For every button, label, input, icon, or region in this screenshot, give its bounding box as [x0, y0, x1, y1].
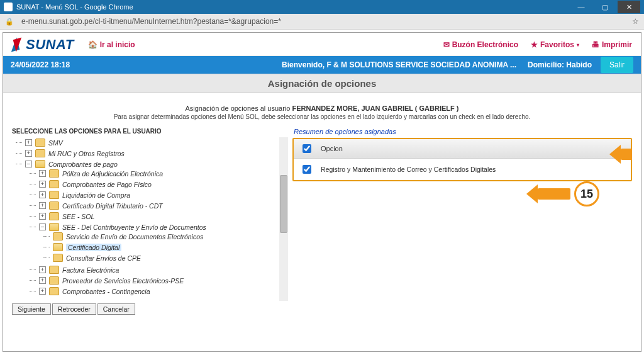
imprimir-link[interactable]: 🖶 Imprimir — [592, 40, 632, 49]
chevron-down-icon: ▾ — [577, 42, 579, 48]
expand-icon[interactable]: + — [25, 139, 32, 146]
star-icon: ★ — [531, 40, 538, 49]
tree-scrollbar[interactable] — [279, 137, 288, 301]
summary-row-label: Registro y Mantenimiento de Correo y Cer… — [321, 166, 496, 173]
assign-intro: Asignación de opciones al usuario FERNAN… — [12, 105, 632, 112]
window-titlebar: SUNAT - Menú SOL - Google Chrome — ▢ ✕ — [0, 0, 644, 14]
tree-item-certificado-digital[interactable]: Certificado Digital — [43, 243, 277, 251]
summary-header-row: Opcion — [294, 139, 631, 159]
retroceder-button[interactable]: Retroceder — [52, 303, 96, 315]
tree-item-proveedor-pse[interactable]: +Proveedor de Servicios Electrónicos-PSE — [30, 276, 277, 285]
app-icon — [4, 3, 13, 11]
home-label: Ir al inicio — [100, 40, 135, 49]
tree-item-liquidacion[interactable]: +Liquidación de Compra — [30, 191, 277, 199]
expand-icon[interactable]: + — [39, 277, 46, 284]
section-title: Asignación de opciones — [3, 74, 641, 93]
cancelar-button[interactable]: Cancelar — [97, 303, 135, 315]
tree-item-comp-fisico[interactable]: +Comprobantes de Pago Físico — [30, 180, 277, 188]
tree-item-mi-ruc[interactable]: +Mi RUC y Otros Registros — [16, 149, 277, 157]
tree-item-smv[interactable]: +SMV — [16, 139, 277, 147]
summary-header-label: Opcion — [321, 145, 343, 152]
window-close-button[interactable]: ✕ — [618, 1, 640, 13]
tree-item-contingencia[interactable]: +Comprobantes - Contingencia — [30, 287, 277, 295]
expand-icon[interactable]: + — [39, 202, 46, 209]
top-header: SUNAT 🏠 Ir al inicio ✉ Buzón Electrónico… — [3, 33, 641, 56]
scrollbar-thumb[interactable] — [280, 175, 287, 233]
salir-button[interactable]: Salir — [601, 57, 633, 73]
collapse-icon[interactable]: – — [25, 161, 32, 167]
tree-item-consultar-envios[interactable]: Consultar Envíos de CPE — [43, 254, 277, 262]
tree-item-cert-tributario[interactable]: +Certificado Digital Tributario - CDT — [30, 201, 277, 210]
tree-item-see-contribuyente[interactable]: –SEE - Del Contribuyente y Envío de Docu… — [30, 223, 277, 231]
select-all-checkbox[interactable] — [303, 144, 311, 153]
tree-item-comprobantes-pago[interactable]: –Comprobantes de pago — [16, 160, 277, 168]
home-icon: 🏠 — [88, 40, 97, 49]
collapse-icon[interactable]: – — [39, 223, 46, 230]
lock-icon: 🔒 — [5, 18, 14, 26]
expand-icon[interactable]: + — [39, 288, 46, 295]
assign-note: Para asignar determinadas opciones del M… — [12, 113, 632, 120]
left-pane-title: SELECCIONE LAS OPCIONES PARA EL USUARIO — [12, 128, 289, 135]
tree-item-poliza[interactable]: +Póliza de Adjudicación Electrónica — [30, 169, 277, 178]
wizard-buttons: Siguiente Retroceder Cancelar — [12, 302, 289, 319]
tree-item-factura[interactable]: +Factura Electrónica — [30, 266, 277, 274]
expand-icon[interactable]: + — [39, 213, 46, 220]
buzon-electronico-link[interactable]: ✉ Buzón Electrónico — [443, 40, 518, 49]
sunat-logo-text: SUNAT — [26, 37, 74, 53]
summary-row: Registro y Mantenimiento de Correo y Cer… — [294, 159, 631, 180]
assign-user-name: FERNANDEZ MORE, JUAN GABRIEL ( GABRIELF … — [292, 105, 458, 112]
info-bar: 24/05/2022 18:18 Bienvenido, F & M SOLUT… — [3, 56, 641, 74]
expand-icon[interactable]: + — [39, 191, 46, 198]
browser-url-bar: 🔒 e-menu.sunat.gob.pe/cl-ti-itmenu/MenuI… — [0, 14, 644, 30]
sunat-logo-icon — [9, 38, 23, 52]
options-tree-pane: SELECCIONE LAS OPCIONES PARA EL USUARIO … — [12, 128, 289, 319]
callout-annotation: 15 — [621, 142, 632, 167]
favoritos-dropdown[interactable]: ★ Favoritos ▾ — [531, 40, 579, 49]
expand-icon[interactable]: + — [25, 150, 32, 157]
option-checkbox[interactable] — [303, 165, 311, 174]
callout-annotation-visible: 15 — [538, 181, 599, 206]
window-minimize-button[interactable]: — — [570, 1, 592, 13]
url-text[interactable]: e-menu.sunat.gob.pe/cl-ti-itmenu/MenuInt… — [19, 17, 627, 26]
siguiente-button[interactable]: Siguiente — [12, 303, 51, 315]
step-badge: 15 — [574, 181, 599, 206]
summary-pane: Resumen de opciones asignadas Opcion Reg… — [292, 128, 632, 181]
welcome-label: Bienvenido, F & M SOLUTIONS SERVICE SOCI… — [70, 60, 528, 69]
window-title: SUNAT - Menú SOL - Google Chrome — [16, 3, 133, 11]
domicilio-label: Domicilio: Habido — [528, 60, 592, 69]
go-home-link[interactable]: 🏠 Ir al inicio — [88, 40, 135, 49]
print-icon: 🖶 — [592, 40, 599, 49]
summary-title: Resumen de opciones asignadas — [294, 128, 632, 135]
expand-icon[interactable]: + — [39, 181, 46, 188]
bookmark-star-icon[interactable]: ☆ — [632, 17, 639, 26]
tree-scroll-area[interactable]: +SMV +Mi RUC y Otros Registros –Comproba… — [12, 137, 289, 301]
expand-icon[interactable]: + — [39, 266, 46, 273]
mail-icon: ✉ — [443, 40, 450, 49]
expand-icon[interactable]: + — [39, 170, 46, 177]
summary-table: Opcion Registro y Mantenimiento de Corre… — [292, 138, 632, 181]
page-frame: SUNAT 🏠 Ir al inicio ✉ Buzón Electrónico… — [3, 32, 641, 352]
arrow-icon — [538, 188, 570, 200]
datetime-label: 24/05/2022 18:18 — [11, 60, 70, 69]
content-body: Asignación de opciones al usuario FERNAN… — [3, 93, 641, 351]
tree-item-servicio-envio[interactable]: Servicio de Envío de Documentos Electrón… — [43, 232, 277, 240]
tree-item-see-sol[interactable]: +SEE - SOL — [30, 212, 277, 220]
arrow-icon — [621, 149, 632, 160]
window-maximize-button[interactable]: ▢ — [594, 1, 616, 13]
